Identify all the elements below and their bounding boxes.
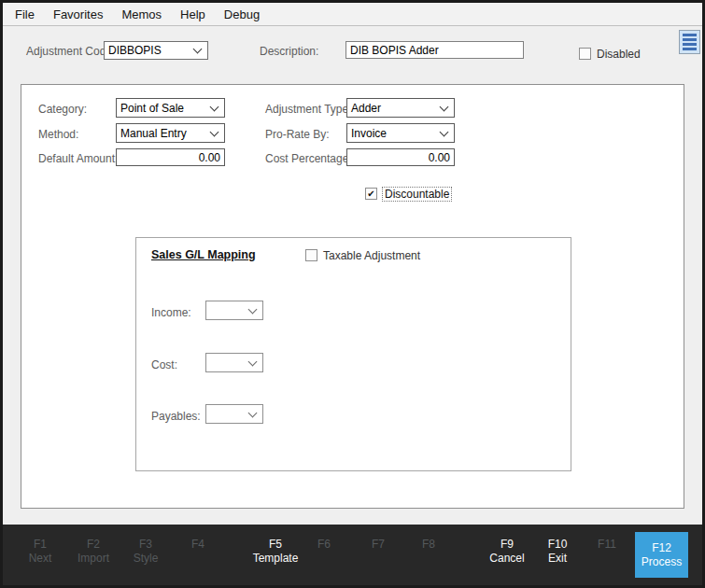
chevron-down-icon xyxy=(193,46,203,55)
chevron-down-icon xyxy=(210,129,219,138)
category-select[interactable]: Point of Sale xyxy=(116,98,225,118)
fkey-f12-process-button[interactable]: F12Process xyxy=(635,532,688,578)
taxable-adjustment-checkbox[interactable] xyxy=(305,249,317,261)
pro-rate-by-label: Pro-Rate By: xyxy=(265,128,330,141)
chevron-down-icon xyxy=(248,306,258,315)
chevron-down-icon xyxy=(440,104,449,113)
adjustment-form-panel: Category: Point of Sale Adjustment Type:… xyxy=(21,84,684,509)
menu-favorites[interactable]: Favorites xyxy=(44,7,112,21)
default-amount-label: Default Amount: xyxy=(38,152,118,165)
category-value: Point of Sale xyxy=(117,102,210,115)
chevron-down-icon xyxy=(440,129,449,138)
adjustment-type-select[interactable]: Adder xyxy=(346,98,455,118)
adjustment-code-value: DIBBOPIS xyxy=(105,44,193,57)
description-input[interactable] xyxy=(345,41,524,59)
discountable-checkbox-label: Discountable xyxy=(382,187,452,202)
income-select[interactable] xyxy=(205,301,263,320)
menu-debug[interactable]: Debug xyxy=(215,7,269,21)
adjustment-code-select[interactable]: DIBBOPIS xyxy=(104,41,208,60)
payables-label: Payables: xyxy=(151,410,201,423)
cost-percentage-input[interactable] xyxy=(346,148,455,166)
sales-gl-mapping-panel: Sales G/L Mapping Taxable Adjustment Inc… xyxy=(135,237,571,471)
default-amount-input[interactable] xyxy=(116,148,225,166)
chevron-down-icon xyxy=(210,104,219,113)
discountable-checkbox[interactable] xyxy=(365,188,377,200)
fkey-f4: F4 xyxy=(161,538,235,552)
cost-percentage-label: Cost Percentage: xyxy=(265,152,352,165)
pro-rate-by-value: Invoice xyxy=(347,127,440,140)
category-label: Category: xyxy=(38,103,87,116)
adjustment-type-label: Adjustment Type: xyxy=(265,103,352,116)
method-value: Manual Entry xyxy=(117,127,210,140)
menu-memos[interactable]: Memos xyxy=(112,7,171,21)
menu-help[interactable]: Help xyxy=(171,7,215,21)
function-key-bar: F1Next F2Import F3Style F4 F5Template F6… xyxy=(3,525,702,585)
method-label: Method: xyxy=(38,128,78,141)
method-select[interactable]: Manual Entry xyxy=(116,123,225,143)
cost-select[interactable] xyxy=(205,353,263,372)
income-label: Income: xyxy=(151,306,191,319)
fkey-f11: F11 xyxy=(570,538,644,552)
sales-gl-mapping-title: Sales G/L Mapping xyxy=(151,248,256,261)
fkey-f8: F8 xyxy=(391,538,466,552)
disabled-checkbox-label: Disabled xyxy=(597,48,641,61)
adjustment-type-value: Adder xyxy=(347,102,440,115)
adjustment-code-label: Adjustment Code: xyxy=(26,45,115,58)
menu-file[interactable]: File xyxy=(6,7,44,21)
app-window: File Favorites Memos Help Debug Adjustme… xyxy=(0,0,705,588)
chevron-down-icon xyxy=(248,358,258,368)
payables-select[interactable] xyxy=(205,404,263,424)
list-menu-button[interactable] xyxy=(679,30,700,54)
description-label: Description: xyxy=(260,45,318,58)
cost-label: Cost: xyxy=(151,358,177,371)
pro-rate-by-select[interactable]: Invoice xyxy=(346,123,455,143)
menu-bar: File Favorites Memos Help Debug xyxy=(3,3,702,26)
disabled-checkbox[interactable] xyxy=(579,48,591,60)
chevron-down-icon xyxy=(248,410,258,419)
taxable-adjustment-label: Taxable Adjustment xyxy=(323,249,420,262)
